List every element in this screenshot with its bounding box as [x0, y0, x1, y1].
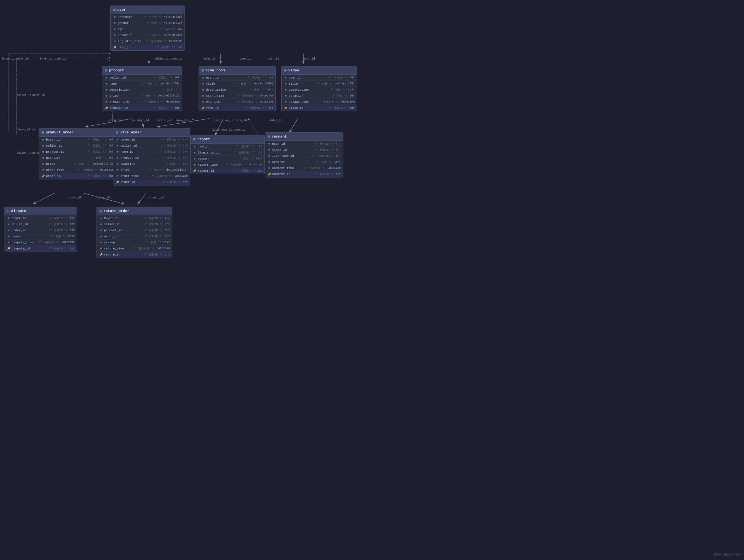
field-video-id: 🔑 video_id /* 视频ID */ int: [282, 105, 357, 111]
key-icon: 🔑: [201, 106, 205, 110]
field-title: ▣ title /* 标题 */ varchar(100): [282, 81, 357, 87]
col-icon: ▣: [113, 39, 117, 43]
col-icon: ▣: [105, 82, 108, 86]
field-seller-id: ▣ seller_id /* 卖家ID */ int: [4, 221, 77, 227]
table-comment-header: ⊞ comment: [265, 132, 343, 141]
table-icon: ⊞: [193, 137, 195, 142]
field-buyer-id: ▣ buyer_id /* 买家ID */ int: [113, 137, 190, 143]
col-icon: ▣: [193, 157, 197, 161]
field-buyer-id: ▣ buyer_id /* 买家ID */ int: [97, 215, 172, 221]
col-icon: ▣: [99, 229, 103, 232]
field-order-id: 🔑 order_id /* 订单ID */ int: [113, 179, 190, 185]
field-buyer-id: ▣ buyer_id /* 买家ID */ int: [39, 137, 116, 143]
table-comment-title: comment: [272, 134, 287, 138]
table-live-room-title: live_room: [206, 68, 225, 73]
field-room-id: ▣ room_id /* 直播间ID */ int: [113, 149, 190, 155]
field-description: ▣ description /* 描述 */ text: [199, 87, 275, 93]
diagram-canvas: buyer_id:user_id buyer_id:user_id seller…: [0, 0, 744, 560]
col-icon: ▣: [116, 162, 119, 166]
col-icon: ▣: [113, 27, 117, 31]
col-icon: ▣: [284, 76, 288, 80]
col-icon: ▣: [267, 160, 271, 164]
col-icon: ▣: [116, 156, 119, 160]
label-product-id1: product_id: [108, 119, 124, 122]
col-icon: ▣: [7, 235, 10, 238]
table-product-title: product: [109, 68, 124, 73]
table-live-order-header: ⊞ live_order: [113, 128, 190, 137]
field-user-id: ▣ user_id /* 用户ID */ int: [191, 144, 264, 150]
key-icon: 🔑: [41, 174, 45, 178]
field-quantity: ▣ quantity /* 数量 */ int: [113, 161, 190, 167]
label-video-id: video_id: [269, 119, 282, 122]
table-product-order-title: product_order: [45, 130, 73, 134]
field-return-time: ▣ return_time /* 退货时间 */ datetime: [97, 246, 172, 252]
label-order-id1: order_id: [68, 196, 81, 199]
key-icon: 🔑: [284, 106, 288, 110]
field-reason: ▣ reason /* 原因 */ text: [97, 239, 172, 246]
col-icon: ▣: [41, 168, 45, 172]
label-user-id3: user_id: [267, 57, 279, 61]
label-product-id2: product_id: [133, 119, 149, 122]
col-icon: ▣: [201, 94, 205, 98]
table-dispute: ⊞ dispute ▣ buyer_id /* 买家ID */ int ▣ se…: [4, 207, 77, 252]
col-icon: ▣: [99, 216, 103, 220]
field-seller-id: ▣ seller_id /* 卖家ID */ int: [102, 75, 182, 81]
field-dispute-id: 🔑 dispute_id /* 纠纷ID */ int: [4, 246, 77, 252]
table-report: ⊞ report ▣ user_id /* 用户ID */ int ▣ live…: [190, 135, 265, 174]
field-username: ▣ username /* 用户名 */ varchar(50): [111, 14, 184, 20]
label-user-id2: user_id: [240, 57, 252, 61]
col-icon: ▣: [201, 100, 205, 104]
table-dispute-header: ⊞ dispute: [4, 207, 77, 215]
col-icon: ▣: [7, 241, 10, 244]
table-dispute-title: dispute: [11, 209, 26, 213]
col-icon: ▣: [284, 82, 288, 86]
field-buyer-id: ▣ buyer_id /* 买家ID */ int: [4, 215, 77, 221]
col-icon: ▣: [7, 216, 10, 220]
col-icon: ▣: [113, 15, 117, 19]
field-seller-id: ▣ seller_id /* 卖家ID */ int: [39, 143, 116, 149]
field-user-id: 🔑 user_id /* 用户ID */ int: [111, 44, 184, 50]
field-comment-id: 🔑 comment_id /* 评论ID */ int: [265, 171, 343, 177]
label-seller-user3: seller_id:user_id: [154, 57, 183, 61]
table-icon: ⊞: [268, 134, 270, 139]
col-icon: ▣: [116, 168, 119, 172]
field-content: ▣ content /* 内容 */ text: [265, 159, 343, 165]
field-duration: ▣ duration /* 时长 */ int: [282, 93, 357, 99]
label-product-id3: product_id: [148, 196, 164, 199]
col-icon: ▣: [105, 76, 108, 80]
table-icon: ⊞: [201, 68, 204, 73]
col-icon: ▣: [116, 138, 119, 142]
col-icon: ▣: [193, 163, 197, 167]
col-icon: ▣: [201, 82, 205, 86]
field-order-time: ▣ order_time /* 下单时间 */ datetime: [113, 173, 190, 179]
field-gender: ▣ gender /* 性别 */ varchar(10): [111, 20, 184, 26]
key-icon: 🔑: [7, 247, 10, 250]
table-return-order: ⊞ return_order ▣ buyer_id /* 买家ID */ int…: [97, 207, 172, 258]
field-order-id: 🔑 order_id /* 订单ID */ int: [39, 173, 116, 179]
table-live-order: ⊞ live_order ▣ buyer_id /* 买家ID */ int ▣…: [113, 128, 190, 186]
table-icon: ⊞: [116, 130, 118, 135]
label-room-id: room_id: [177, 119, 188, 122]
key-icon: 🔑: [267, 172, 271, 176]
table-user-header: ⊞ user: [111, 6, 184, 14]
label-user-id4: user_id: [303, 57, 315, 61]
field-order-time: ▣ order_time /* 下单时间 */ datetime: [39, 167, 116, 173]
col-icon: ▣: [113, 33, 117, 37]
field-product-id: ▣ product_id /* 商品ID */ int: [97, 227, 172, 233]
table-icon: ⊞: [7, 209, 9, 213]
label-seller-user: seller_id:user_id: [16, 94, 45, 97]
key-icon: 🔑: [116, 180, 119, 184]
field-live-room-id: ▣ live_room_id /* 直播间ID */ int: [265, 153, 343, 159]
label-live-room-room: live_room_id:room_id: [214, 119, 247, 122]
field-live-room-id: ▣ live_room_id /* 直播间ID */ int: [191, 150, 264, 156]
col-icon: ▣: [7, 223, 10, 226]
field-reason: ▣ reason /* 原因 */ text: [191, 156, 264, 162]
key-icon: 🔑: [113, 45, 117, 49]
table-video-header: ⊞ video: [282, 67, 357, 75]
col-icon: ▣: [7, 229, 10, 232]
label-user-id1: user_id: [204, 57, 216, 61]
field-upload-time: ▣ upload_time /* 上传时间 */ datetime: [282, 99, 357, 105]
field-quantity: ▣ quantity /* 数量 */ int: [39, 155, 116, 161]
col-icon: ▣: [99, 235, 103, 238]
table-live-order-title: live_order: [120, 130, 142, 134]
